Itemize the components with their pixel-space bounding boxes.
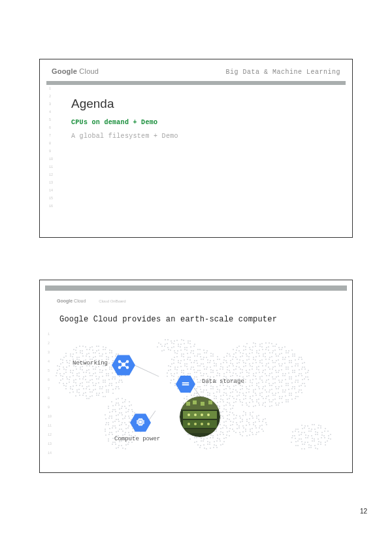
compute-icon <box>135 417 146 429</box>
svg-point-33 <box>188 414 190 416</box>
svg-line-7 <box>125 362 127 363</box>
svg-rect-15 <box>140 421 142 423</box>
slide-1-line-numbers: 1 2 3 4 5 6 7 8 9 10 11 12 13 14 15 16 <box>49 85 53 210</box>
networking-icon <box>118 359 129 372</box>
slide-1-header: Google Cloud Big Data & Machine Learning <box>45 63 347 78</box>
slide-1-header-right: Big Data & Machine Learning <box>225 69 340 76</box>
slide-2-brand: Google Cloud Cloud OnBoard <box>45 291 347 303</box>
page-number: 12 <box>360 508 367 515</box>
agenda-item: A global filesystem + Demo <box>71 133 340 140</box>
compute-label: Compute power <box>114 436 160 442</box>
svg-rect-44 <box>201 402 204 406</box>
storage-node <box>176 376 195 393</box>
storage-icon <box>181 379 190 389</box>
slide-2-divider <box>45 285 347 291</box>
slide-1: Google Cloud Big Data & Machine Learning… <box>39 59 353 238</box>
svg-rect-42 <box>186 402 190 406</box>
svg-rect-11 <box>182 382 189 383</box>
agenda-item-highlight: CPUs on demand + Demo <box>71 119 340 126</box>
brand-prefix-2: Google <box>57 299 73 303</box>
compute-node <box>130 414 151 432</box>
slide-2-line-numbers: 1 2 3 4 5 6 7 8 9 10 11 12 13 14 <box>48 330 52 458</box>
svg-point-39 <box>201 423 203 425</box>
svg-line-8 <box>121 366 123 367</box>
networking-label: Networking <box>73 360 108 367</box>
networking-node <box>112 355 135 376</box>
svg-point-2 <box>119 361 121 363</box>
svg-line-6 <box>121 362 123 363</box>
svg-point-4 <box>119 367 121 368</box>
svg-point-5 <box>127 367 129 368</box>
svg-point-34 <box>194 414 197 416</box>
slide-1-body: 1 2 3 4 5 6 7 8 9 10 11 12 13 14 15 16 <box>45 85 347 140</box>
svg-rect-12 <box>182 384 189 385</box>
brand-suffix: Cloud <box>77 67 99 75</box>
svg-rect-41 <box>185 429 215 433</box>
svg-rect-43 <box>193 400 197 404</box>
brand-sub: Cloud OnBoard <box>99 299 125 303</box>
svg-point-38 <box>194 423 197 425</box>
slide-1-brand: Google Cloud <box>52 67 99 75</box>
slide-2: Google Cloud Cloud OnBoard Google Cloud … <box>39 280 353 473</box>
svg-point-3 <box>127 361 129 363</box>
slide-1-title: Agenda <box>71 97 340 111</box>
storage-label: Data storage <box>202 378 244 385</box>
brand-prefix: Google <box>52 67 77 75</box>
svg-line-9 <box>125 366 127 367</box>
svg-point-37 <box>188 423 190 425</box>
brand-suffix-2: Cloud <box>73 299 86 303</box>
svg-point-35 <box>201 414 203 416</box>
slide-2-content: Google Cloud Cloud OnBoard Google Cloud … <box>45 291 347 467</box>
datacenter-photo <box>180 397 220 437</box>
svg-point-40 <box>207 423 210 425</box>
svg-rect-45 <box>208 400 212 404</box>
svg-point-36 <box>207 414 210 416</box>
slide-2-title: Google Cloud provides an earth-scale com… <box>59 315 347 324</box>
